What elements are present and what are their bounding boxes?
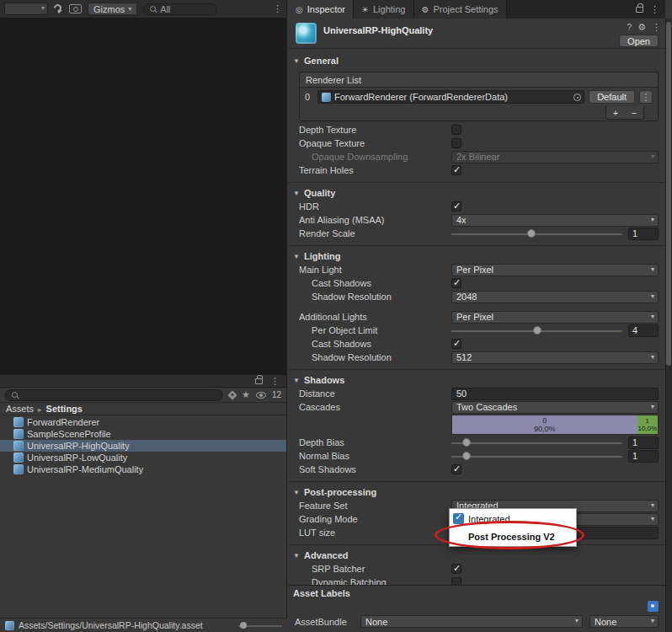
help-icon[interactable]: ? (627, 23, 632, 32)
additional-lights-dropdown[interactable]: Per Pixel (451, 311, 659, 324)
default-button[interactable]: Default (589, 90, 635, 104)
cascade-split-row: 0 90,0% 1 10,0% (288, 414, 665, 436)
popup-item-integrated[interactable]: Integrated (450, 510, 576, 528)
depth-bias-slider[interactable] (451, 436, 622, 449)
render-scale-field[interactable]: 1 (628, 228, 659, 240)
cascade-split-bar[interactable]: 0 90,0% 1 10,0% (451, 415, 659, 435)
tab-project-settings[interactable]: ⚙ Project Settings (414, 0, 507, 19)
asset-bundle-variant-dropdown[interactable]: None (589, 615, 659, 628)
renderer-options-button[interactable]: ⋮ (639, 90, 653, 104)
hdr-checkbox[interactable] (451, 201, 461, 212)
list-item[interactable]: UniversalRP-MediumQuality (0, 463, 286, 475)
icon-size-slider[interactable] (238, 621, 282, 629)
srp-batcher-checkbox[interactable] (451, 564, 461, 574)
breadcrumb-settings[interactable]: Settings (46, 404, 83, 414)
asset-bundle-dropdown[interactable]: None (360, 615, 583, 628)
shadow-resolution-dropdown[interactable]: 512 (451, 351, 659, 364)
list-item[interactable]: ForwardRenderer (0, 416, 286, 428)
distance-field[interactable]: 50 (451, 388, 659, 400)
depth-texture-checkbox[interactable] (451, 125, 461, 135)
cascade-segment-0[interactable]: 0 90,0% (452, 415, 637, 434)
open-button[interactable]: Open (619, 35, 659, 47)
slider-handle[interactable] (462, 438, 471, 447)
field-label: Normal Bias (299, 451, 451, 461)
render-scale-slider[interactable] (451, 227, 622, 240)
terrain-holes-checkbox[interactable] (451, 165, 461, 175)
slider-handle[interactable] (240, 622, 247, 629)
section-lighting[interactable]: ▼ Lighting (288, 249, 665, 263)
preset-gear-icon[interactable]: ⚙ (637, 22, 646, 33)
depth-bias-field[interactable]: 1 (628, 437, 659, 449)
per-object-limit-slider[interactable] (451, 324, 622, 337)
tab-inspector[interactable]: ◎ Inspector (288, 0, 354, 19)
asset-icon (13, 464, 24, 474)
asset-labels-footer: Asset Labels AssetBundle None None (288, 585, 665, 632)
foldout-icon: ▼ (293, 190, 300, 197)
dynamic-batching-checkbox[interactable] (451, 577, 461, 585)
tab-bar: ◎ Inspector ☀ Lighting ⚙ Project Setting… (288, 0, 665, 19)
renderer-list-title: Renderer List (306, 75, 361, 85)
add-renderer-button[interactable]: + (606, 106, 625, 119)
cascade-segment-1[interactable]: 1 10,0% (637, 415, 658, 434)
cast-shadows-checkbox[interactable] (451, 278, 461, 288)
label-filter-icon[interactable] (227, 390, 237, 399)
section-general[interactable]: ▼ General (288, 54, 665, 67)
opaque-texture-checkbox[interactable] (451, 138, 461, 148)
slider-handle[interactable] (533, 326, 541, 335)
label-tag-icon[interactable] (648, 601, 659, 612)
list-item[interactable]: UniversalRP-LowQuality (0, 452, 286, 463)
asset-labels-title[interactable]: Asset Labels (293, 588, 350, 598)
project-search-input[interactable] (5, 389, 223, 401)
scene-search-input[interactable]: All (143, 3, 217, 15)
field-value: 1 (632, 451, 637, 461)
renderer-object-field[interactable]: ForwardRenderer (ForwardRendererData) (317, 90, 584, 104)
wrench-icon[interactable] (54, 4, 63, 13)
shadow-resolution-dropdown[interactable]: 2048 (451, 291, 659, 303)
cast-shadows-checkbox[interactable] (451, 339, 461, 349)
section-shadows[interactable]: ▼ Shadows (288, 373, 665, 387)
normal-bias-field[interactable]: 1 (628, 450, 659, 463)
field-value: 1 (632, 228, 637, 238)
inspector-scrollbar[interactable] (665, 19, 672, 632)
tab-lighting[interactable]: ☀ Lighting (354, 0, 414, 19)
soft-shadows-checkbox[interactable] (451, 464, 461, 474)
list-item[interactable]: SampleSceneProfile (0, 428, 286, 440)
gizmos-dropdown[interactable]: Gizmos ▾ (88, 3, 137, 15)
lock-icon[interactable] (255, 378, 263, 384)
section-advanced[interactable]: ▼ Advanced (288, 549, 665, 562)
favorites-star-icon[interactable]: ★ (242, 389, 250, 400)
cascades-dropdown[interactable]: Two Cascades (451, 401, 659, 414)
kebab-menu-icon[interactable]: ⋮ (273, 4, 282, 13)
visibility-eye-icon[interactable] (256, 392, 266, 399)
tool-handle-dropdown[interactable] (4, 3, 48, 15)
scrollbar-thumb[interactable] (666, 22, 671, 366)
row-srp-batcher: SRP Batcher (288, 562, 665, 576)
scene-view[interactable] (0, 19, 286, 375)
row-terrain-holes: Terrain Holes (288, 163, 665, 177)
kebab-menu-icon[interactable]: ⋮ (652, 23, 661, 32)
section-quality[interactable]: ▼ Quality (288, 186, 665, 200)
field-label: Cascades (299, 402, 451, 412)
field-label: Anti Aliasing (MSAA) (299, 215, 451, 225)
slider-handle[interactable] (527, 229, 536, 238)
object-picker-icon[interactable] (573, 94, 581, 101)
popup-item-post-processing-v2[interactable]: Post Processing V2 (450, 528, 576, 545)
normal-bias-slider[interactable] (451, 449, 622, 463)
main-light-dropdown[interactable]: Per Pixel (451, 264, 659, 276)
camera-icon[interactable] (69, 4, 82, 13)
breadcrumb-assets[interactable]: Assets (6, 404, 34, 414)
slider-handle[interactable] (462, 452, 471, 460)
kebab-menu-icon[interactable]: ⋮ (270, 377, 280, 386)
section-post-processing[interactable]: ▼ Post-processing (288, 485, 665, 499)
per-object-limit-field[interactable]: 4 (628, 324, 659, 337)
remove-renderer-button[interactable]: − (625, 106, 643, 119)
scene-search-value: All (160, 4, 170, 14)
lock-icon[interactable] (636, 7, 643, 13)
list-item-selected[interactable]: UniversalRP-HighQuality (0, 440, 286, 452)
dropdown-value: None (365, 617, 387, 627)
msaa-dropdown[interactable]: 4x (451, 214, 659, 227)
renderer-list-row[interactable]: 0 ForwardRenderer (ForwardRendererData) … (300, 88, 658, 106)
kebab-menu-icon[interactable]: ⋮ (650, 5, 659, 14)
popup-item-label: Integrated (468, 514, 510, 524)
row-shadow-resolution-additional: Shadow Resolution 512 (288, 351, 665, 364)
